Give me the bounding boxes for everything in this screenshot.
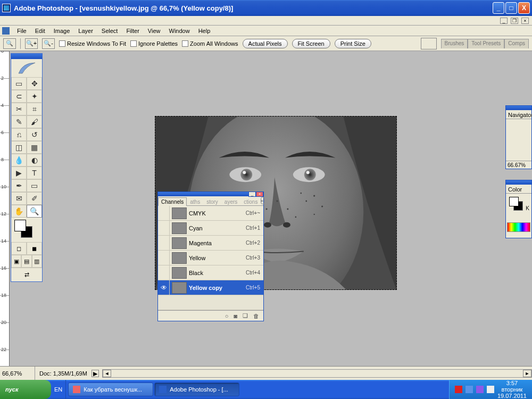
screen-mode-full-menubar[interactable]: ▤	[21, 255, 31, 268]
channel-row[interactable]: BlackCtrl+4	[158, 265, 263, 280]
palette-tab-brushes[interactable]: Brushes	[441, 39, 468, 48]
taskbar-button[interactable]: Как убрать веснушк...	[68, 383, 153, 396]
navigator-titlebar[interactable]	[506, 106, 531, 110]
brush-tool[interactable]: 🖌	[27, 115, 42, 128]
window-maximize-button[interactable]: □	[505, 2, 517, 14]
jump-to-imageready-button[interactable]: ⇄	[11, 268, 42, 281]
channel-row[interactable]: MagentaCtrl+2	[158, 236, 263, 251]
screen-mode-full[interactable]: ▥	[32, 255, 42, 268]
start-button[interactable]: пуск	[0, 380, 51, 399]
tab-paths[interactable]: aths	[187, 197, 203, 206]
panel-titlebar[interactable]: _ ×	[158, 192, 263, 196]
history-brush-tool[interactable]: ↺	[27, 128, 42, 141]
status-menu-button[interactable]: ▶	[92, 370, 99, 377]
zoom-tool-icon[interactable]: 🔍	[3, 38, 16, 49]
mdi-minimize-button[interactable]: _	[500, 18, 508, 24]
visibility-toggle-icon[interactable]	[158, 206, 170, 220]
standard-mode-button[interactable]: ◻	[11, 242, 27, 255]
panel-minimize-button[interactable]: _	[248, 192, 256, 197]
zoom-tool[interactable]: 🔍	[27, 205, 42, 218]
quickmask-mode-button[interactable]: ◼	[27, 242, 42, 255]
pen-tool[interactable]: ✒	[11, 179, 27, 192]
menu-layer[interactable]: Layer	[74, 27, 97, 35]
screen-mode-standard[interactable]: ▣	[11, 255, 21, 268]
tray-icon-2[interactable]	[476, 386, 484, 393]
load-selection-icon[interactable]: ○	[225, 313, 229, 319]
channels-panel[interactable]: _ × Channels aths story ayers ctions ▸ C…	[157, 192, 264, 321]
path-selection-tool[interactable]: ▶	[11, 167, 27, 179]
marquee-tool[interactable]: ▭	[11, 77, 27, 90]
channel-row[interactable]: CMYKCtrl+~	[158, 206, 263, 221]
mdi-close-button[interactable]: ×	[521, 18, 529, 24]
tab-color[interactable]: Color	[506, 186, 524, 193]
gradient-tool[interactable]: ▦	[27, 141, 42, 154]
navigator-zoom-value[interactable]: 66.67%	[506, 161, 531, 169]
clone-stamp-tool[interactable]: ⎌	[11, 128, 27, 141]
new-channel-icon[interactable]: ❏	[243, 312, 248, 319]
zoom-in-icon[interactable]: 🔍+	[25, 38, 38, 49]
zoom-out-icon[interactable]: 🔍-	[42, 38, 55, 49]
eyedropper-tool[interactable]: ✐	[27, 192, 42, 205]
taskbar-button[interactable]: Adobe Photoshop - [...	[154, 383, 239, 396]
tab-navigator[interactable]: Navigator	[506, 111, 532, 119]
crop-tool[interactable]: ✂	[11, 103, 27, 115]
tab-layers[interactable]: ayers	[221, 197, 240, 206]
tab-actions[interactable]: ctions	[240, 197, 261, 206]
toolbox-titlebar[interactable]	[11, 54, 42, 59]
move-tool[interactable]: ✥	[27, 77, 42, 90]
color-ramp[interactable]	[507, 222, 530, 232]
type-tool[interactable]: T	[27, 167, 42, 179]
actual-pixels-button[interactable]: Actual Pixels	[243, 39, 288, 48]
channel-row[interactable]: CyanCtrl+1	[158, 221, 263, 236]
tray-icon-1[interactable]	[466, 386, 473, 393]
shape-tool[interactable]: ▭	[27, 179, 42, 192]
menu-select[interactable]: Select	[97, 27, 122, 35]
window-close-button[interactable]: X	[518, 2, 530, 14]
tray-clock[interactable]: 3:57 вторник 19.07.2011	[497, 380, 527, 399]
tab-history[interactable]: story	[203, 197, 221, 206]
channel-row[interactable]: YellowCtrl+3	[158, 251, 263, 265]
mdi-restore-button[interactable]: ❐	[511, 18, 518, 24]
channel-thumbnail[interactable]	[172, 207, 187, 219]
palette-well-icon[interactable]	[421, 38, 437, 49]
ruler-vertical[interactable]: 0246810121416182022	[0, 51, 10, 366]
channel-thumbnail[interactable]	[172, 237, 187, 249]
visibility-toggle-icon[interactable]	[158, 265, 170, 280]
menu-help[interactable]: Help	[194, 27, 215, 35]
hand-tool[interactable]: ✋	[11, 205, 27, 218]
visibility-toggle-icon[interactable]: 👁	[158, 280, 170, 295]
visibility-toggle-icon[interactable]	[158, 251, 170, 265]
panel-close-button[interactable]: ×	[256, 192, 263, 197]
color-titlebar[interactable]	[506, 180, 531, 185]
channel-thumbnail[interactable]	[172, 267, 187, 279]
visibility-toggle-icon[interactable]	[158, 236, 170, 250]
zoom-all-checkbox[interactable]: Zoom All Windows	[182, 40, 238, 47]
slice-tool[interactable]: ⌗	[27, 103, 42, 115]
tray-kaspersky-icon[interactable]	[455, 386, 462, 393]
menu-filter[interactable]: Filter	[122, 27, 143, 35]
palette-tab-tool-presets[interactable]: Tool Presets	[468, 39, 504, 48]
horizontal-scrollbar[interactable]: ◄ ►	[102, 369, 532, 378]
status-zoom-field[interactable]: 66,67%	[0, 367, 35, 380]
channel-thumbnail[interactable]	[172, 252, 187, 264]
visibility-toggle-icon[interactable]	[158, 221, 170, 235]
dodge-tool[interactable]: ◐	[27, 154, 42, 167]
color-swatches[interactable]	[11, 218, 42, 242]
magic-wand-tool[interactable]: ✦	[27, 90, 42, 103]
ignore-palettes-checkbox[interactable]: Ignore Palettes	[130, 40, 178, 47]
tray-icon-3[interactable]	[487, 386, 494, 393]
menu-file[interactable]: File	[13, 27, 31, 35]
panel-menu-button[interactable]: ▸	[261, 197, 264, 204]
tab-channels[interactable]: Channels	[158, 197, 187, 206]
save-selection-icon[interactable]: ◙	[234, 313, 237, 319]
print-size-button[interactable]: Print Size	[335, 39, 371, 48]
scroll-right-button[interactable]: ►	[523, 370, 531, 377]
color-fg-swatch[interactable]	[509, 197, 519, 206]
system-tray[interactable]: 3:57 вторник 19.07.2011	[449, 380, 532, 399]
foreground-color-swatch[interactable]	[14, 220, 26, 231]
color-panel[interactable]: Color K	[505, 180, 532, 238]
menu-window[interactable]: Window	[165, 27, 194, 35]
lasso-tool[interactable]: ⊂	[11, 90, 27, 103]
menu-edit[interactable]: Edit	[31, 27, 49, 35]
channel-thumbnail[interactable]	[172, 222, 187, 234]
